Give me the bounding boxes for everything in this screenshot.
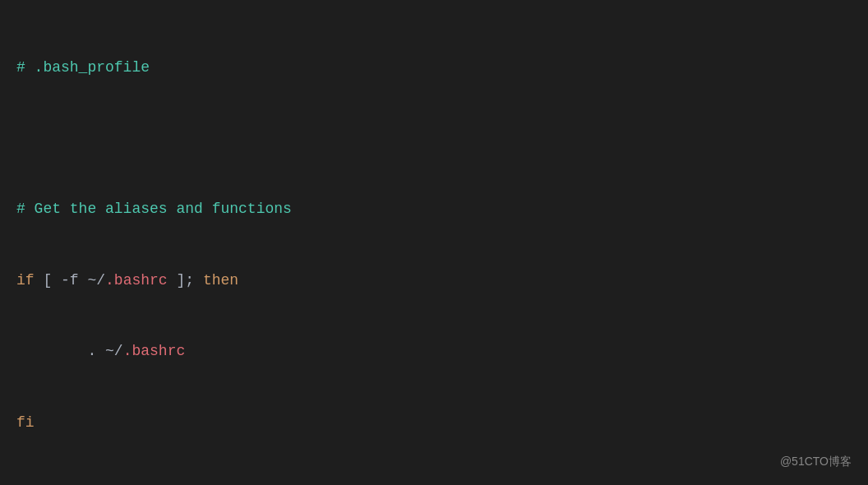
line-comment-aliases: # Get the aliases and functions xyxy=(16,197,852,221)
watermark: @51CTO博客 xyxy=(780,452,852,470)
line-empty-2 xyxy=(16,482,852,485)
line-if: if [ -f ~/.bashrc ]; then xyxy=(16,269,852,293)
line-bash-profile: # .bash_profile xyxy=(16,56,852,80)
line-fi: fi xyxy=(16,411,852,435)
line-source: . ~/.bashrc xyxy=(16,340,852,363)
code-editor: # .bash_profile # Get the aliases and fu… xyxy=(16,8,852,485)
line-empty-1 xyxy=(16,127,852,150)
